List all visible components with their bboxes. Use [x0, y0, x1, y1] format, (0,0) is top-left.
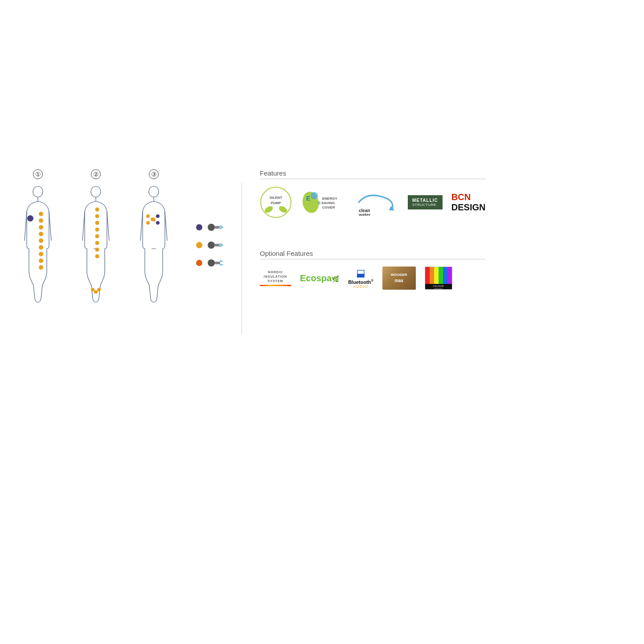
- bar-red: [425, 267, 430, 284]
- silent-pump-logo: SILENT PUMP: [260, 186, 292, 218]
- svg-marker-62: [389, 206, 394, 210]
- svg-point-46: [208, 259, 215, 267]
- vertical-divider: [242, 183, 242, 334]
- svg-line-14: [82, 212, 85, 241]
- main-container: ①: [18, 169, 486, 334]
- svg-point-27: [97, 288, 101, 291]
- svg-point-18: [95, 214, 99, 218]
- features-block: Features SILENT PUMP: [260, 169, 486, 232]
- body-figure-3: [138, 183, 169, 308]
- svg-point-3: [27, 215, 33, 222]
- svg-point-7: [39, 232, 43, 236]
- svg-point-32: [146, 214, 150, 218]
- svg-point-35: [156, 214, 160, 218]
- svg-line-2: [49, 212, 51, 241]
- svg-rect-47: [215, 262, 220, 264]
- svg-point-9: [39, 245, 43, 250]
- bar-blue: [443, 267, 447, 284]
- bluetooth-text: Bluetooth®: [348, 279, 373, 285]
- legend-item-3: [196, 258, 224, 267]
- bar-yellow: [434, 267, 439, 284]
- energy-saving-logo: E ENERGY ➀ SAVING COVER: [301, 189, 345, 216]
- features-divider: [260, 179, 486, 179]
- svg-point-8: [39, 238, 43, 243]
- ecospa-text: Ecospa🌿: [300, 273, 339, 283]
- svg-text:COVER: COVER: [322, 205, 335, 209]
- nordic-underline: [260, 285, 291, 286]
- nozzle-icon-1: [208, 223, 224, 232]
- svg-text:ENERGY: ENERGY: [322, 197, 337, 201]
- svg-point-26: [94, 290, 98, 294]
- svg-point-24: [95, 254, 99, 258]
- nordic-text: NORDICINSULATIONSYSTEM: [260, 270, 291, 283]
- bcn-black-text: DESIGN: [451, 202, 486, 212]
- svg-point-12: [39, 265, 43, 270]
- optional-features-divider: [260, 259, 486, 259]
- ecospa-leaf: 🌿: [332, 275, 339, 283]
- clean-water-logo: clean water: [354, 189, 399, 216]
- legend-item-2: [196, 241, 224, 250]
- svg-point-11: [39, 258, 43, 263]
- svg-line-15: [107, 212, 109, 241]
- features-row: SILENT PUMP E ENERGY: [260, 186, 486, 218]
- bar-purple: [447, 267, 452, 284]
- figure-3-number: ③: [149, 169, 159, 179]
- figure-2-number: ②: [91, 169, 101, 179]
- svg-line-30: [165, 212, 167, 241]
- svg-point-22: [95, 241, 99, 245]
- svg-text:SILENT: SILENT: [270, 196, 283, 200]
- dot-purple: [196, 224, 202, 230]
- svg-point-21: [95, 234, 99, 238]
- dot-orange: [196, 260, 202, 266]
- eco-text: Eco: [300, 273, 316, 283]
- body-figure-2: [80, 183, 111, 308]
- ecospa-logo: Ecospa🌿: [300, 273, 339, 283]
- svg-point-20: [95, 228, 99, 232]
- svg-point-38: [208, 224, 215, 231]
- metallic-badge: METALLIC structure: [408, 195, 443, 209]
- svg-point-10: [39, 252, 43, 256]
- bluetooth-audio-text: AUDIO: [353, 284, 369, 289]
- bar-green: [439, 267, 443, 284]
- metallic-label: METALLIC: [412, 198, 438, 203]
- svg-point-23: [95, 248, 99, 252]
- colour-sense-wrapper: COLOURSENSE: [425, 267, 452, 290]
- svg-line-29: [140, 212, 143, 241]
- svg-point-36: [156, 221, 160, 225]
- nordic-insulation-logo: NORDICINSULATIONSYSTEM: [260, 270, 291, 286]
- figure-3: ③: [134, 169, 174, 308]
- bluetooth-wrapper: ⬓ Bluetooth® AUDIO: [348, 267, 373, 289]
- legend-item-1: [196, 223, 224, 232]
- optional-features-block: Optional Features NORDICINSULATIONSYSTEM: [260, 250, 486, 290]
- bcn-design-text: BCN DESIGN: [451, 192, 486, 213]
- bcn-design-logo: BCN DESIGN: [451, 192, 486, 213]
- svg-text:➀: ➀: [318, 201, 321, 205]
- wooder-max-logo: WOODERmax: [382, 267, 416, 290]
- svg-marker-48: [220, 260, 224, 262]
- svg-point-6: [39, 225, 43, 230]
- wooder-max-text: WOODERmax: [391, 272, 407, 283]
- bar-orange: [430, 267, 434, 284]
- optional-features-title: Optional Features: [260, 250, 486, 257]
- svg-text:water: water: [358, 213, 370, 216]
- figure-1-number: ①: [33, 169, 43, 179]
- svg-text:SAVING: SAVING: [321, 201, 335, 205]
- body-figure-1: [22, 183, 53, 308]
- svg-point-37: [152, 218, 156, 222]
- legend-section: [196, 223, 224, 267]
- svg-point-33: [146, 221, 150, 225]
- figure-2: ②: [76, 169, 116, 308]
- dot-orange-dark: [196, 242, 202, 248]
- svg-point-5: [39, 218, 43, 223]
- colour-sense-logo: COLOURSENSE: [425, 267, 452, 290]
- colour-bars: [425, 267, 452, 284]
- svg-line-1: [25, 212, 27, 241]
- svg-point-17: [95, 208, 99, 212]
- metallic-logo: METALLIC structure: [408, 195, 443, 209]
- svg-point-25: [91, 288, 94, 291]
- svg-point-42: [208, 242, 215, 249]
- spa-text: spa: [316, 273, 332, 283]
- bluetooth-symbol: ⬓: [356, 267, 365, 279]
- svg-point-4: [39, 212, 43, 216]
- svg-point-19: [95, 221, 99, 225]
